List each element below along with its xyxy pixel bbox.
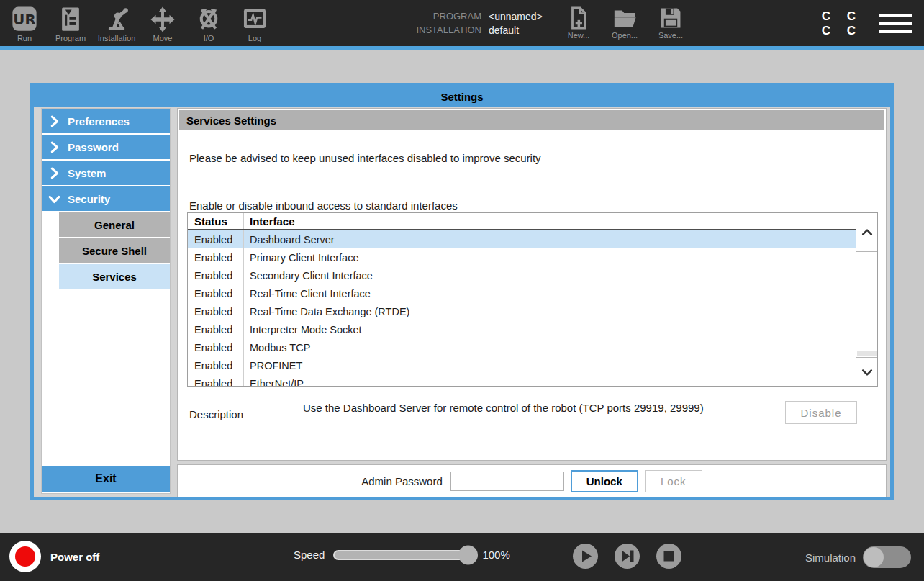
file-action-label: New... xyxy=(568,31,590,40)
sidebar-subitem-general[interactable]: General xyxy=(59,212,170,237)
nav-item-move[interactable]: Move xyxy=(140,1,186,42)
exit-button[interactable]: Exit xyxy=(42,466,170,492)
dialog-title: Settings xyxy=(34,86,890,107)
row-interface: Modbus TCP xyxy=(244,338,856,356)
table-row[interactable]: EnabledPrimary Client Interface xyxy=(188,248,856,266)
power-icon xyxy=(9,541,41,572)
scrollbar-thumb[interactable] xyxy=(857,351,877,356)
run-icon: UR xyxy=(9,6,40,33)
hamburger-menu-icon[interactable] xyxy=(879,14,912,33)
sidebar-subitem-label: Secure Shell xyxy=(82,245,147,257)
power-status-label: Power off xyxy=(50,551,99,563)
row-interface: Dashboard Server xyxy=(244,230,856,248)
file-action-label: Save... xyxy=(658,31,683,40)
sidebar-item-security[interactable]: Security xyxy=(42,186,170,211)
row-interface: Primary Client Interface xyxy=(244,248,856,266)
open-file-button[interactable]: Open... xyxy=(607,6,642,40)
chevron-right-icon xyxy=(47,166,61,180)
svg-text:UR: UR xyxy=(13,12,35,28)
sidebar-item-password[interactable]: Password xyxy=(42,135,170,159)
row-status: Enabled xyxy=(188,230,244,248)
power-status-control[interactable]: Power off xyxy=(9,541,99,572)
play-button[interactable] xyxy=(572,543,599,569)
interfaces-table: Status Interface EnabledDashboard Server… xyxy=(187,212,878,387)
advisory-text: Please be advised to keep unused interfa… xyxy=(189,152,541,164)
corner-marks-row2: C C xyxy=(822,24,862,38)
sidebar-item-preferences[interactable]: Preferences xyxy=(42,109,170,133)
new-file-button[interactable]: New... xyxy=(561,6,596,40)
settings-dialog: Settings PreferencesPasswordSystemSecuri… xyxy=(30,83,894,500)
table-row[interactable]: EnabledModbus TCP xyxy=(188,338,856,356)
scroll-down-button[interactable] xyxy=(856,357,877,386)
save-file-button[interactable]: Save... xyxy=(653,6,688,40)
sidebar-item-label: Password xyxy=(68,141,119,153)
io-icon xyxy=(194,6,224,33)
row-interface: EtherNet/IP xyxy=(244,374,856,387)
admin-password-input[interactable] xyxy=(450,472,564,491)
nav-item-run[interactable]: URRun xyxy=(1,1,47,42)
program-installation-info: PROGRAM <unnamed> INSTALLATION default xyxy=(405,11,543,36)
table-row[interactable]: EnabledPROFINET xyxy=(188,356,856,374)
table-scrollbar[interactable] xyxy=(856,213,877,386)
sidebar-subitem-label: Services xyxy=(92,271,137,283)
sidebar-subitem-secure-shell[interactable]: Secure Shell xyxy=(59,238,170,263)
stop-button[interactable] xyxy=(656,543,682,569)
row-interface: PROFINET xyxy=(244,356,856,374)
simulation-control: Simulation xyxy=(805,546,911,568)
row-status: Enabled xyxy=(188,356,244,374)
simulation-toggle[interactable] xyxy=(863,546,911,568)
nav-item-io[interactable]: I/O xyxy=(186,1,232,42)
nav-item-installation[interactable]: Installation xyxy=(94,1,140,42)
table-row[interactable]: EnabledReal-Time Data Exchange (RTDE) xyxy=(188,302,856,320)
program-name: <unnamed> xyxy=(489,11,543,22)
nav-item-label: Log xyxy=(248,34,261,42)
panel-header: Services Settings xyxy=(179,110,884,130)
open-icon xyxy=(612,6,637,30)
speed-value: 100% xyxy=(482,549,509,561)
unlock-button[interactable]: Unlock xyxy=(571,470,638,492)
speed-slider[interactable] xyxy=(333,550,470,560)
sidebar-subitem-label: General xyxy=(94,219,135,231)
program-icon xyxy=(55,6,86,33)
simulation-toggle-knob xyxy=(864,547,884,567)
table-row[interactable]: EnabledInterpreter Mode Socket xyxy=(188,320,856,338)
row-status: Enabled xyxy=(188,320,244,338)
subtitle-text: Enable or disable inbound access to stan… xyxy=(189,199,458,212)
scroll-up-button[interactable] xyxy=(856,213,877,252)
nav-item-program[interactable]: Program xyxy=(47,1,94,42)
table-row[interactable]: EnabledSecondary Client Interface xyxy=(188,266,856,284)
table-row[interactable]: EnabledDashboard Server xyxy=(188,230,856,248)
admin-password-bar: Admin Password Unlock Lock xyxy=(177,464,887,497)
corner-marks-logo: C C C C xyxy=(822,9,862,38)
settings-sidebar: PreferencesPasswordSystemSecurityGeneral… xyxy=(41,108,171,494)
table-header: Status Interface xyxy=(188,213,856,230)
row-status: Enabled xyxy=(188,248,244,266)
row-interface: Interpreter Mode Socket xyxy=(244,320,856,338)
step-button[interactable] xyxy=(614,543,640,569)
installation-icon xyxy=(101,6,132,33)
corner-marks-row1: C C xyxy=(822,9,862,24)
log-icon xyxy=(240,6,270,33)
sidebar-item-system[interactable]: System xyxy=(42,161,170,185)
step-icon xyxy=(614,543,640,569)
play-icon xyxy=(572,543,599,569)
row-interface: Real-Time Client Interface xyxy=(244,284,856,302)
status-bar: Power off Speed 100% Simulation xyxy=(0,533,924,581)
nav-item-log[interactable]: Log xyxy=(232,1,278,42)
services-settings-panel: Services Settings Please be advised to k… xyxy=(177,108,887,461)
sidebar-item-label: Preferences xyxy=(68,115,130,127)
table-row[interactable]: EnabledEtherNet/IP xyxy=(188,374,856,387)
file-action-label: Open... xyxy=(612,31,638,40)
row-status: Enabled xyxy=(188,338,244,356)
top-bar: URRunProgramInstallationMoveI/OLog PROGR… xyxy=(0,0,924,50)
sidebar-subitem-services[interactable]: Services xyxy=(59,264,170,289)
lock-button[interactable]: Lock xyxy=(645,470,702,492)
table-row[interactable]: EnabledReal-Time Client Interface xyxy=(188,284,856,302)
disable-button[interactable]: Disable xyxy=(785,401,857,424)
stop-icon xyxy=(656,543,682,569)
chevron-up-icon xyxy=(860,225,874,240)
speed-control: Speed 100% xyxy=(294,549,510,561)
speed-slider-thumb[interactable] xyxy=(458,545,478,564)
nav-item-label: Run xyxy=(17,34,32,42)
playback-controls xyxy=(572,543,682,569)
